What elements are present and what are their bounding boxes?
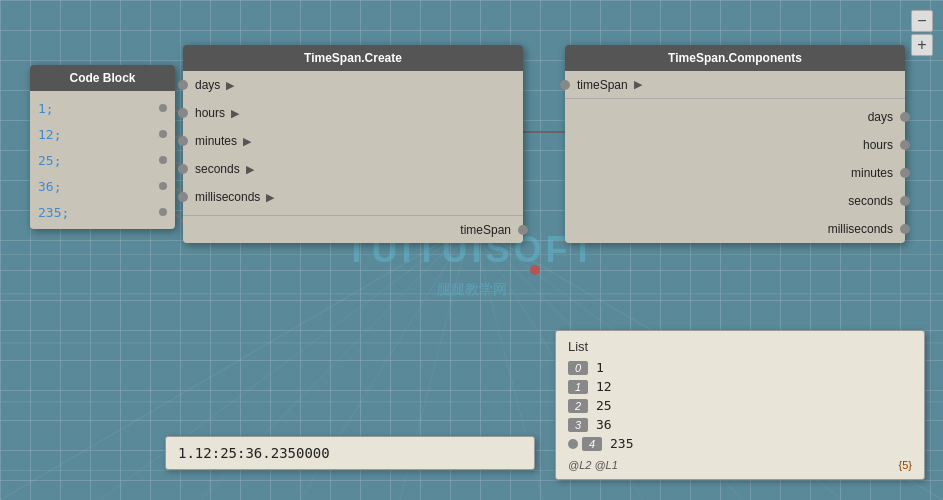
code-block-header: Code Block bbox=[30, 65, 175, 91]
timespan-components-header: TimeSpan.Components bbox=[565, 45, 905, 71]
timespan-output-panel: 1.12:25:36.2350000 bbox=[165, 436, 535, 470]
code-line-4: 235; bbox=[30, 199, 175, 225]
code-line-1: 12; bbox=[30, 121, 175, 147]
list-index-3: 3 bbox=[568, 418, 588, 432]
list-index-4: 4 bbox=[582, 437, 602, 451]
create-port-days: days ▶ bbox=[183, 71, 523, 99]
components-port-days: days bbox=[565, 103, 905, 131]
create-port-seconds: seconds ▶ bbox=[183, 155, 523, 183]
code-line-0: 1; bbox=[30, 95, 175, 121]
list-item-1: 1 12 bbox=[568, 377, 912, 396]
zoom-controls: − + bbox=[911, 10, 933, 56]
port-dot-timespan-out bbox=[518, 225, 528, 235]
components-port-minutes: minutes bbox=[565, 159, 905, 187]
components-port-hours: hours bbox=[565, 131, 905, 159]
timespan-components-body: timeSpan ▶ days hours minutes seconds mi… bbox=[565, 71, 905, 243]
port-dot-days-in bbox=[178, 80, 188, 90]
code-line-2: 25; bbox=[30, 147, 175, 173]
port-dot-days-out bbox=[900, 112, 910, 122]
list-footer-left: @L2 @L1 bbox=[568, 459, 618, 471]
list-item-0: 0 1 bbox=[568, 358, 912, 377]
list-index-2: 2 bbox=[568, 399, 588, 413]
zoom-plus-button[interactable]: + bbox=[911, 34, 933, 56]
components-port-milliseconds: milliseconds bbox=[565, 215, 905, 243]
code-block-node: Code Block 1; 12; 25; 36; 235; bbox=[30, 65, 175, 229]
code-output-dot-3 bbox=[159, 182, 167, 190]
list-item-3: 3 36 bbox=[568, 415, 912, 434]
create-port-milliseconds: milliseconds ▶ bbox=[183, 183, 523, 211]
list-dot bbox=[568, 439, 578, 449]
list-value-3: 36 bbox=[596, 417, 612, 432]
components-port-seconds: seconds bbox=[565, 187, 905, 215]
port-dot-timespan-in bbox=[560, 80, 570, 90]
timespan-create-node: TimeSpan.Create days ▶ hours ▶ minutes ▶… bbox=[183, 45, 523, 243]
list-value-1: 12 bbox=[596, 379, 612, 394]
port-dot-ms-out bbox=[900, 224, 910, 234]
code-output-dot-0 bbox=[159, 104, 167, 112]
port-dot-seconds-out bbox=[900, 196, 910, 206]
list-value-4: 235 bbox=[610, 436, 633, 451]
port-dot-minutes-in bbox=[178, 136, 188, 146]
code-output-dot-2 bbox=[159, 156, 167, 164]
list-footer-count: {5} bbox=[899, 459, 912, 471]
port-dot-ms-in bbox=[178, 192, 188, 202]
port-dot-minutes-out bbox=[900, 168, 910, 178]
list-item-2: 2 25 bbox=[568, 396, 912, 415]
timespan-output-value: 1.12:25:36.2350000 bbox=[178, 445, 330, 461]
list-value-2: 25 bbox=[596, 398, 612, 413]
create-port-hours: hours ▶ bbox=[183, 99, 523, 127]
list-index-1: 1 bbox=[568, 380, 588, 394]
code-block-body: 1; 12; 25; 36; 235; bbox=[30, 91, 175, 229]
timespan-create-header: TimeSpan.Create bbox=[183, 45, 523, 71]
list-panel: List 0 1 1 12 2 25 3 36 4 235 @L2 @L1 {5… bbox=[555, 330, 925, 480]
list-value-0: 1 bbox=[596, 360, 604, 375]
list-item-4: 4 235 bbox=[568, 434, 912, 453]
components-input-row: timeSpan ▶ bbox=[565, 71, 905, 99]
code-output-dot-4 bbox=[159, 208, 167, 216]
port-dot-hours-in bbox=[178, 108, 188, 118]
zoom-minus-button[interactable]: − bbox=[911, 10, 933, 32]
timespan-components-node: TimeSpan.Components timeSpan ▶ days hour… bbox=[565, 45, 905, 243]
create-output-row: timeSpan bbox=[183, 215, 523, 243]
create-port-minutes: minutes ▶ bbox=[183, 127, 523, 155]
port-dot-hours-out bbox=[900, 140, 910, 150]
code-output-dot-1 bbox=[159, 130, 167, 138]
port-dot-seconds-in bbox=[178, 164, 188, 174]
list-footer: @L2 @L1 {5} bbox=[568, 459, 912, 471]
code-line-3: 36; bbox=[30, 173, 175, 199]
timespan-create-body: days ▶ hours ▶ minutes ▶ seconds ▶ milli… bbox=[183, 71, 523, 243]
list-index-0: 0 bbox=[568, 361, 588, 375]
list-title: List bbox=[568, 339, 912, 354]
